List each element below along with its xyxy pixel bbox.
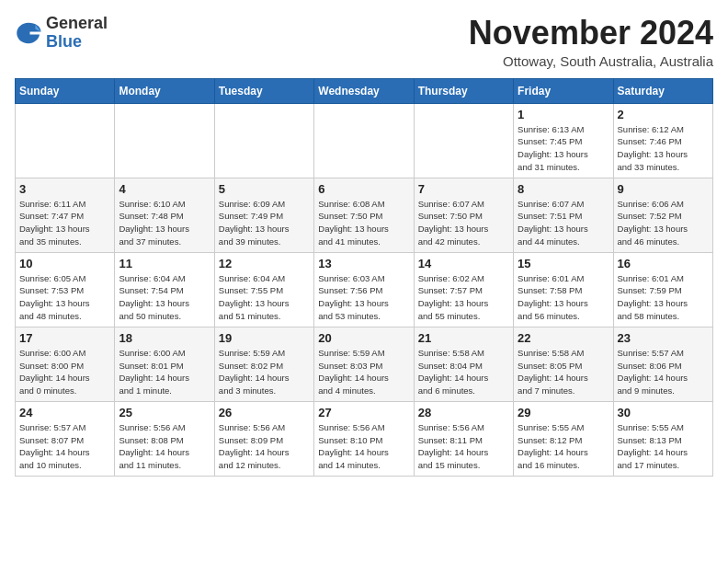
calendar-cell: 20Sunrise: 5:59 AM Sunset: 8:03 PM Dayli… [314, 327, 414, 401]
day-number: 17 [19, 331, 110, 345]
day-number: 21 [418, 331, 509, 345]
calendar-cell: 27Sunrise: 5:56 AM Sunset: 8:10 PM Dayli… [314, 401, 414, 476]
header-day-monday: Monday [115, 78, 214, 103]
calendar-cell: 7Sunrise: 6:07 AM Sunset: 7:50 PM Daylig… [414, 178, 513, 252]
week-row-4: 17Sunrise: 6:00 AM Sunset: 8:00 PM Dayli… [16, 327, 713, 401]
day-info: Sunrise: 5:57 AM Sunset: 8:06 PM Dayligh… [618, 347, 709, 397]
calendar-cell: 17Sunrise: 6:00 AM Sunset: 8:00 PM Dayli… [16, 327, 115, 401]
week-row-5: 24Sunrise: 5:57 AM Sunset: 8:07 PM Dayli… [16, 401, 713, 476]
title-block: November 2024 Ottoway, South Australia, … [469, 15, 713, 69]
day-number: 25 [119, 406, 210, 419]
day-info: Sunrise: 6:13 AM Sunset: 7:45 PM Dayligh… [518, 123, 609, 174]
calendar-cell: 13Sunrise: 6:03 AM Sunset: 7:56 PM Dayli… [314, 252, 414, 327]
calendar-cell: 24Sunrise: 5:57 AM Sunset: 8:07 PM Dayli… [16, 401, 115, 476]
calendar-cell: 16Sunrise: 6:01 AM Sunset: 7:59 PM Dayli… [613, 252, 712, 327]
header-day-tuesday: Tuesday [214, 78, 313, 103]
calendar-cell: 9Sunrise: 6:06 AM Sunset: 7:52 PM Daylig… [613, 178, 712, 252]
calendar-cell: 14Sunrise: 6:02 AM Sunset: 7:57 PM Dayli… [414, 252, 513, 327]
calendar-cell: 21Sunrise: 5:58 AM Sunset: 8:04 PM Dayli… [414, 327, 513, 401]
calendar-header: SundayMondayTuesdayWednesdayThursdayFrid… [16, 78, 713, 103]
day-info: Sunrise: 6:02 AM Sunset: 7:57 PM Dayligh… [418, 272, 509, 323]
day-info: Sunrise: 6:12 AM Sunset: 7:46 PM Dayligh… [618, 123, 709, 174]
calendar-cell: 10Sunrise: 6:05 AM Sunset: 7:53 PM Dayli… [16, 252, 115, 327]
day-number: 6 [318, 182, 409, 196]
day-number: 24 [19, 406, 110, 419]
day-info: Sunrise: 6:10 AM Sunset: 7:48 PM Dayligh… [119, 198, 210, 248]
header-day-sunday: Sunday [16, 78, 115, 103]
day-number: 27 [318, 406, 409, 419]
day-info: Sunrise: 5:56 AM Sunset: 8:09 PM Dayligh… [219, 421, 310, 472]
calendar-cell: 3Sunrise: 6:11 AM Sunset: 7:47 PM Daylig… [16, 178, 115, 252]
day-number: 28 [418, 406, 509, 419]
day-info: Sunrise: 6:01 AM Sunset: 7:59 PM Dayligh… [618, 272, 709, 323]
day-number: 13 [318, 257, 409, 270]
calendar-cell: 26Sunrise: 5:56 AM Sunset: 8:09 PM Dayli… [214, 401, 313, 476]
day-info: Sunrise: 6:01 AM Sunset: 7:58 PM Dayligh… [518, 272, 609, 323]
logo-text: General Blue [46, 15, 108, 52]
day-number: 12 [219, 257, 310, 270]
day-info: Sunrise: 5:55 AM Sunset: 8:12 PM Dayligh… [518, 421, 609, 472]
logo-icon [15, 19, 42, 47]
calendar-cell: 8Sunrise: 6:07 AM Sunset: 7:51 PM Daylig… [514, 178, 613, 252]
day-number: 15 [518, 257, 609, 270]
calendar-cell: 1Sunrise: 6:13 AM Sunset: 7:45 PM Daylig… [514, 103, 613, 178]
day-info: Sunrise: 6:00 AM Sunset: 8:00 PM Dayligh… [19, 347, 110, 397]
header-day-friday: Friday [514, 78, 613, 103]
calendar-cell: 6Sunrise: 6:08 AM Sunset: 7:50 PM Daylig… [314, 178, 414, 252]
calendar-table: SundayMondayTuesdayWednesdayThursdayFrid… [15, 78, 713, 477]
week-row-1: 1Sunrise: 6:13 AM Sunset: 7:45 PM Daylig… [16, 103, 713, 178]
header-day-thursday: Thursday [414, 78, 513, 103]
calendar-cell: 5Sunrise: 6:09 AM Sunset: 7:49 PM Daylig… [214, 178, 313, 252]
day-info: Sunrise: 6:07 AM Sunset: 7:51 PM Dayligh… [518, 198, 609, 248]
day-number: 5 [219, 182, 310, 196]
day-info: Sunrise: 5:58 AM Sunset: 8:05 PM Dayligh… [518, 347, 609, 397]
day-number: 29 [518, 406, 609, 419]
day-number: 22 [518, 331, 609, 345]
logo: General Blue [15, 15, 108, 52]
header-row: SundayMondayTuesdayWednesdayThursdayFrid… [16, 78, 713, 103]
day-info: Sunrise: 6:07 AM Sunset: 7:50 PM Dayligh… [418, 198, 509, 248]
day-info: Sunrise: 5:56 AM Sunset: 8:10 PM Dayligh… [318, 421, 409, 472]
day-info: Sunrise: 5:58 AM Sunset: 8:04 PM Dayligh… [418, 347, 509, 397]
day-info: Sunrise: 6:05 AM Sunset: 7:53 PM Dayligh… [19, 272, 110, 323]
calendar-cell: 12Sunrise: 6:04 AM Sunset: 7:55 PM Dayli… [214, 252, 313, 327]
day-number: 14 [418, 257, 509, 270]
day-number: 30 [618, 406, 709, 419]
day-number: 11 [119, 257, 210, 270]
calendar-cell: 30Sunrise: 5:55 AM Sunset: 8:13 PM Dayli… [613, 401, 712, 476]
calendar-cell [314, 103, 414, 178]
day-number: 9 [618, 182, 709, 196]
day-number: 26 [219, 406, 310, 419]
day-info: Sunrise: 5:56 AM Sunset: 8:11 PM Dayligh… [418, 421, 509, 472]
day-info: Sunrise: 6:06 AM Sunset: 7:52 PM Dayligh… [618, 198, 709, 248]
calendar-cell [16, 103, 115, 178]
calendar-cell: 11Sunrise: 6:04 AM Sunset: 7:54 PM Dayli… [115, 252, 214, 327]
day-number: 3 [19, 182, 110, 196]
week-row-3: 10Sunrise: 6:05 AM Sunset: 7:53 PM Dayli… [16, 252, 713, 327]
day-info: Sunrise: 6:08 AM Sunset: 7:50 PM Dayligh… [318, 198, 409, 248]
day-info: Sunrise: 5:59 AM Sunset: 8:03 PM Dayligh… [318, 347, 409, 397]
calendar-cell: 15Sunrise: 6:01 AM Sunset: 7:58 PM Dayli… [514, 252, 613, 327]
calendar-cell: 25Sunrise: 5:56 AM Sunset: 8:08 PM Dayli… [115, 401, 214, 476]
day-info: Sunrise: 5:59 AM Sunset: 8:02 PM Dayligh… [219, 347, 310, 397]
day-info: Sunrise: 6:03 AM Sunset: 7:56 PM Dayligh… [318, 272, 409, 323]
day-number: 2 [618, 108, 709, 121]
day-number: 1 [518, 108, 609, 121]
day-info: Sunrise: 6:04 AM Sunset: 7:54 PM Dayligh… [119, 272, 210, 323]
day-info: Sunrise: 5:57 AM Sunset: 8:07 PM Dayligh… [19, 421, 110, 472]
day-number: 10 [19, 257, 110, 270]
calendar-cell: 18Sunrise: 6:00 AM Sunset: 8:01 PM Dayli… [115, 327, 214, 401]
day-info: Sunrise: 5:55 AM Sunset: 8:13 PM Dayligh… [618, 421, 709, 472]
calendar-cell: 19Sunrise: 5:59 AM Sunset: 8:02 PM Dayli… [214, 327, 313, 401]
day-number: 20 [318, 331, 409, 345]
header-day-saturday: Saturday [613, 78, 712, 103]
day-info: Sunrise: 6:09 AM Sunset: 7:49 PM Dayligh… [219, 198, 310, 248]
day-info: Sunrise: 6:04 AM Sunset: 7:55 PM Dayligh… [219, 272, 310, 323]
calendar-cell: 22Sunrise: 5:58 AM Sunset: 8:05 PM Dayli… [514, 327, 613, 401]
day-number: 19 [219, 331, 310, 345]
week-row-2: 3Sunrise: 6:11 AM Sunset: 7:47 PM Daylig… [16, 178, 713, 252]
calendar-cell: 4Sunrise: 6:10 AM Sunset: 7:48 PM Daylig… [115, 178, 214, 252]
calendar-cell: 23Sunrise: 5:57 AM Sunset: 8:06 PM Dayli… [613, 327, 712, 401]
calendar-cell [214, 103, 313, 178]
day-info: Sunrise: 5:56 AM Sunset: 8:08 PM Dayligh… [119, 421, 210, 472]
